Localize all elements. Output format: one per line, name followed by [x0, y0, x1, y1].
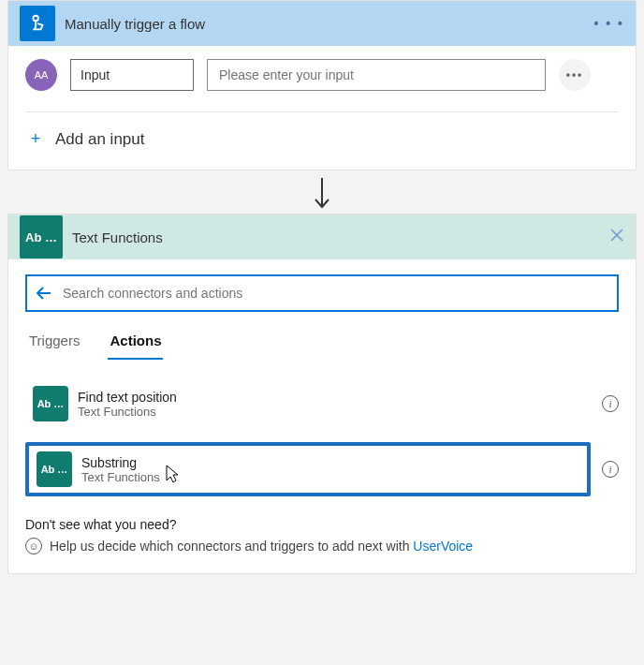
action-info-button[interactable]	[602, 461, 619, 478]
search-input[interactable]	[61, 285, 609, 302]
action-item-substring[interactable]: Ab … Substring Text Functions	[25, 442, 591, 496]
input-name-field[interactable]	[70, 59, 194, 91]
input-row-more-button[interactable]: •••	[559, 59, 591, 91]
action-header: Ab … Text Functions	[8, 214, 636, 259]
uservoice-block: Don't see what you need? ☺ Help us decid…	[25, 517, 619, 554]
add-input-label: Add an input	[55, 130, 144, 149]
action-item-name: Find text position	[78, 390, 177, 405]
action-item-row: Ab … Substring Text Functions	[25, 438, 619, 500]
flow-arrow-icon	[0, 176, 644, 212]
action-item-sub: Text Functions	[78, 405, 177, 419]
action-item-sub: Text Functions	[81, 470, 160, 484]
trigger-card: Manually trigger a flow • • • AA ••• + A…	[7, 0, 637, 170]
arrow-left-icon	[35, 284, 53, 303]
close-icon	[609, 228, 624, 243]
smile-icon: ☺	[25, 538, 42, 554]
action-picker-title: Text Functions	[72, 229, 609, 245]
action-picker-card: Ab … Text Functions Trig	[7, 214, 637, 574]
text-functions-icon: Ab …	[37, 451, 72, 487]
search-box[interactable]	[25, 274, 619, 312]
plus-icon: +	[29, 129, 42, 149]
input-value-field[interactable]	[207, 59, 546, 91]
tap-icon	[27, 13, 48, 34]
uservoice-text: Help us decide which connectors and trig…	[50, 539, 413, 554]
action-info-button[interactable]	[602, 395, 619, 412]
trigger-input-row: AA •••	[25, 59, 619, 91]
action-item-row: Ab … Find text position Text Functions	[25, 377, 619, 431]
close-button[interactable]	[609, 228, 624, 247]
action-list: Ab … Find text position Text Functions A…	[25, 377, 619, 500]
uservoice-link[interactable]: UserVoice	[413, 539, 473, 554]
tab-triggers[interactable]: Triggers	[27, 327, 81, 360]
svg-point-0	[33, 16, 38, 22]
input-type-badge: AA	[25, 59, 57, 91]
trigger-icon	[20, 6, 55, 41]
trigger-more-button[interactable]: • • •	[594, 16, 624, 31]
add-input-button[interactable]: + Add an input	[25, 112, 619, 170]
action-item-name: Substring	[81, 455, 160, 470]
uservoice-title: Don't see what you need?	[25, 517, 619, 532]
search-back-button[interactable]	[35, 284, 53, 303]
action-item-find-text-position[interactable]: Ab … Find text position Text Functions	[25, 380, 591, 427]
text-functions-icon: Ab …	[20, 215, 63, 259]
tabs: Triggers Actions	[25, 312, 619, 360]
text-functions-icon: Ab …	[33, 386, 68, 421]
trigger-header[interactable]: Manually trigger a flow • • •	[8, 1, 636, 46]
trigger-title: Manually trigger a flow	[65, 16, 594, 32]
tab-actions[interactable]: Actions	[108, 327, 163, 360]
